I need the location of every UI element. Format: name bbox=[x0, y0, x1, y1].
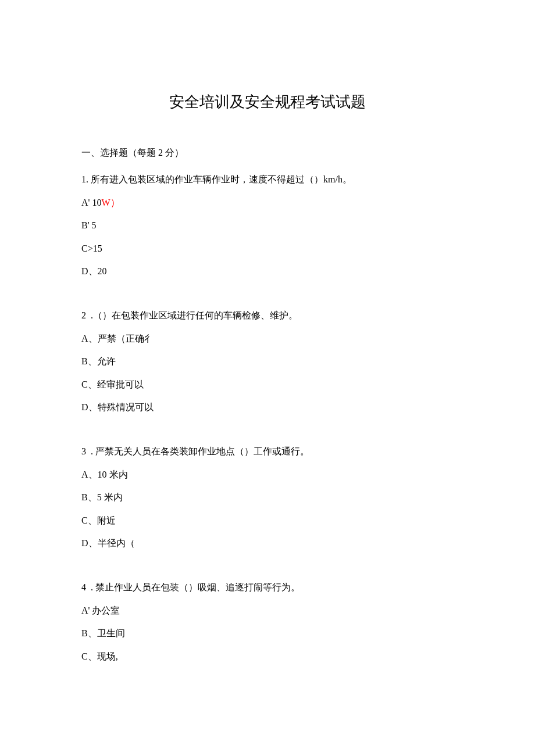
option-mark: W） bbox=[101, 198, 119, 207]
question-1-option-a: A' 10W） bbox=[81, 195, 454, 210]
question-2-option-d: D、特殊情况可以 bbox=[81, 400, 454, 415]
question-3-option-c: C、附近 bbox=[81, 513, 454, 528]
option-text: A、10 米内 bbox=[81, 470, 128, 479]
question-4-option-c: C、现场, bbox=[81, 649, 454, 664]
question-2: 2 .（）在包装作业区域进行任何的车辆检修、维护。 bbox=[81, 308, 454, 323]
option-text: A' 10 bbox=[81, 198, 101, 207]
question-2-option-a: A、严禁（正确彳 bbox=[81, 331, 454, 346]
question-3: 3 . 严禁无关人员在各类装卸作业地点（）工作或通行。 bbox=[81, 444, 454, 459]
question-1-option-d: D、20 bbox=[81, 264, 454, 279]
question-2-option-c: C、经审批可以 bbox=[81, 377, 454, 392]
question-3-option-a: A、10 米内 bbox=[81, 467, 454, 482]
question-4-text: 4 . 禁止作业人员在包装（）吸烟、追逐打闹等行为。 bbox=[81, 582, 300, 592]
option-text: D、特殊情况可以 bbox=[81, 402, 154, 412]
question-3-option-d: D、半径内（ bbox=[81, 536, 454, 551]
option-text: C、现场, bbox=[81, 651, 118, 661]
document-title: 安全培训及安全规程考试试题 bbox=[81, 92, 454, 112]
question-1-option-c: C>15 bbox=[81, 241, 454, 256]
option-text: A' 办公室 bbox=[81, 605, 120, 615]
option-text: A、严禁（正确彳 bbox=[81, 334, 154, 343]
question-4: 4 . 禁止作业人员在包装（）吸烟、追逐打闹等行为。 bbox=[81, 580, 454, 595]
question-1-text: 1. 所有进入包装区域的作业车辆作业时，速度不得超过（）km/h。 bbox=[81, 174, 352, 184]
option-text: B、5 米内 bbox=[81, 492, 123, 502]
option-text: D、20 bbox=[81, 266, 107, 276]
option-text: B、允许 bbox=[81, 356, 116, 366]
question-4-option-a: A' 办公室 bbox=[81, 603, 454, 618]
question-3-text: 3 . 严禁无关人员在各类装卸作业地点（）工作或通行。 bbox=[81, 446, 309, 456]
question-1-option-b: B' 5 bbox=[81, 218, 454, 233]
question-1: 1. 所有进入包装区域的作业车辆作业时，速度不得超过（）km/h。 bbox=[81, 172, 454, 187]
question-2-option-b: B、允许 bbox=[81, 354, 454, 369]
option-text: C>15 bbox=[81, 243, 102, 253]
option-text: B、卫生间 bbox=[81, 628, 125, 638]
option-text: D、半径内（ bbox=[81, 538, 135, 548]
option-text: B' 5 bbox=[81, 220, 97, 230]
option-text: C、附近 bbox=[81, 515, 116, 525]
question-2-text: 2 .（）在包装作业区域进行任何的车辆检修、维护。 bbox=[81, 310, 298, 320]
question-4-option-b: B、卫生间 bbox=[81, 626, 454, 641]
question-3-option-b: B、5 米内 bbox=[81, 490, 454, 505]
section-header: 一、选择题（每题 2 分） bbox=[81, 147, 454, 159]
option-text: C、经审批可以 bbox=[81, 379, 144, 389]
